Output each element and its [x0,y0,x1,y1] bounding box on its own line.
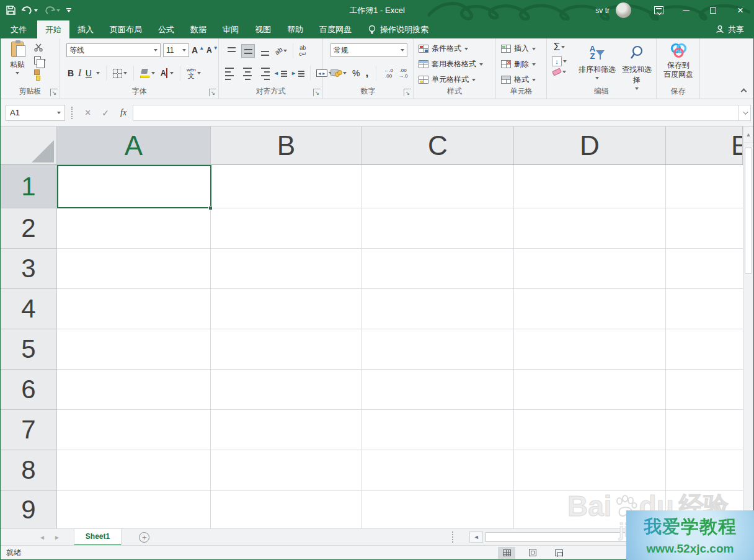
shrink-font-button[interactable]: A▼ [206,46,218,55]
grow-font-button[interactable]: A▲ [192,45,204,55]
copy-button[interactable] [34,56,46,64]
close-button[interactable]: × [727,0,754,20]
fill-handle[interactable] [208,206,213,210]
active-cell-selection[interactable] [57,165,211,208]
tab-home[interactable]: 开始 [37,20,69,38]
column-header-D[interactable]: D [514,127,666,164]
underline-button[interactable]: U [86,68,92,78]
share-button[interactable]: 共享 [716,20,754,38]
row-header-7[interactable]: 7 [1,410,56,450]
accounting-format-button[interactable] [330,69,347,78]
row-header-4[interactable]: 4 [1,289,56,329]
autosum-button[interactable]: Σ [552,41,567,53]
decrease-decimal-button[interactable]: .00→.0 [399,68,408,79]
percent-style-button[interactable]: % [352,68,360,78]
vertical-scrollbar[interactable]: ▲ [743,127,753,528]
vertical-scroll-thumb[interactable] [745,148,752,273]
align-center-button[interactable] [241,66,254,80]
cut-button[interactable] [34,43,43,51]
increase-indent-button[interactable]: ► [291,69,304,77]
fill-color-button[interactable] [140,69,155,78]
delete-cells-button[interactable]: 删除 [496,56,546,72]
tab-file[interactable]: 文件 [0,20,37,38]
align-right-button[interactable] [257,66,270,80]
borders-button[interactable] [113,69,127,78]
row-header-8[interactable]: 8 [1,450,56,491]
alignment-dialog-launcher[interactable]: ↘ [313,89,321,96]
tab-review[interactable]: 审阅 [215,20,247,38]
insert-cells-button[interactable]: 插入 [496,41,546,56]
scroll-left-arrow[interactable]: ◄ [469,531,483,543]
column-header-E[interactable]: E [666,127,743,164]
clear-button[interactable] [552,69,567,74]
row-header-3[interactable]: 3 [1,249,56,289]
align-left-button[interactable] [225,66,237,80]
grid-row[interactable] [57,450,743,491]
italic-button[interactable]: I [78,68,81,78]
column-header-C[interactable]: C [362,127,514,164]
insert-function-button[interactable]: fx [120,108,126,118]
font-name-combo[interactable]: 等线 [66,43,161,57]
format-cells-button[interactable]: 格式 [496,72,546,87]
grid-row[interactable] [57,370,743,410]
column-header-A[interactable]: A [57,127,211,164]
ribbon-display-options-button[interactable] [645,0,672,20]
number-format-combo[interactable]: 常规 [330,43,407,57]
user-avatar[interactable] [616,2,631,18]
enter-button[interactable]: ✓ [102,108,109,118]
horizontal-scroll-thumb[interactable] [486,532,629,542]
sort-filter-button[interactable]: AZ 排序和筛选 [575,42,619,79]
scroll-up-arrow[interactable]: ▲ [743,127,753,143]
formula-bar-splitter[interactable] [71,107,73,119]
font-size-combo[interactable]: 11 [163,43,189,57]
row-header-9[interactable]: 9 [1,491,56,528]
bottom-align-button[interactable] [259,45,271,57]
cell-styles-button[interactable]: 单元格样式 [414,72,495,87]
phonetic-button[interactable]: wén 文 [187,68,201,79]
row-header-1[interactable]: 1 [1,165,56,208]
signed-in-user[interactable]: sv tr [595,6,610,15]
sheet-nav-left-icon[interactable]: ◄ [39,534,45,541]
decrease-indent-button[interactable]: ◄ [273,69,287,77]
normal-view-button[interactable] [498,547,515,559]
top-align-button[interactable] [225,45,237,57]
collapse-ribbon-button[interactable] [741,89,747,95]
formula-input[interactable] [133,105,738,121]
tab-page-layout[interactable]: 页面布局 [102,20,150,38]
cancel-button[interactable]: × [85,107,91,118]
tab-formulas[interactable]: 公式 [150,20,182,38]
tab-help[interactable]: 帮助 [279,20,311,38]
font-dialog-launcher[interactable]: ↘ [209,89,216,96]
expand-formula-bar-button[interactable] [738,105,751,121]
tell-me-search[interactable]: 操作说明搜索 [368,20,428,38]
tab-insert[interactable]: 插入 [69,20,102,38]
middle-align-button[interactable] [241,44,255,58]
wrap-text-button[interactable]: ab c↵ [299,45,306,56]
sheet-tab-sheet1[interactable]: Sheet1 [74,529,122,546]
clipboard-dialog-launcher[interactable]: ↘ [50,89,58,96]
tab-data[interactable]: 数据 [182,20,215,38]
save-to-baidu-button[interactable]: 保存到 百度网盘 [659,42,698,79]
increase-decimal-button[interactable]: ←.0.00 [384,68,393,79]
sheet-nav-right-icon[interactable]: ► [54,534,60,541]
row-header-6[interactable]: 6 [1,370,56,410]
number-dialog-launcher[interactable]: ↘ [404,89,411,96]
underline-caret[interactable] [96,72,100,74]
comma-style-button[interactable]: , [365,67,368,79]
maximize-button[interactable] [699,0,727,20]
select-all-button[interactable] [1,127,57,164]
grid-row[interactable] [57,208,743,249]
format-as-table-button[interactable]: 套用表格格式 [414,56,495,72]
find-select-button[interactable]: 查找和选择 [619,42,655,90]
row-header-2[interactable]: 2 [1,208,56,249]
grid-row[interactable] [57,410,743,450]
format-painter-button[interactable] [34,69,40,75]
row-header-5[interactable]: 5 [1,329,56,370]
name-box[interactable]: A1 [6,105,65,121]
grid-row[interactable] [57,249,743,289]
column-header-B[interactable]: B [211,127,362,164]
minimize-button[interactable] [672,0,699,20]
grid-row[interactable] [57,329,743,370]
cell-area[interactable] [57,165,743,528]
tab-baidu-netdisk[interactable]: 百度网盘 [311,20,360,38]
